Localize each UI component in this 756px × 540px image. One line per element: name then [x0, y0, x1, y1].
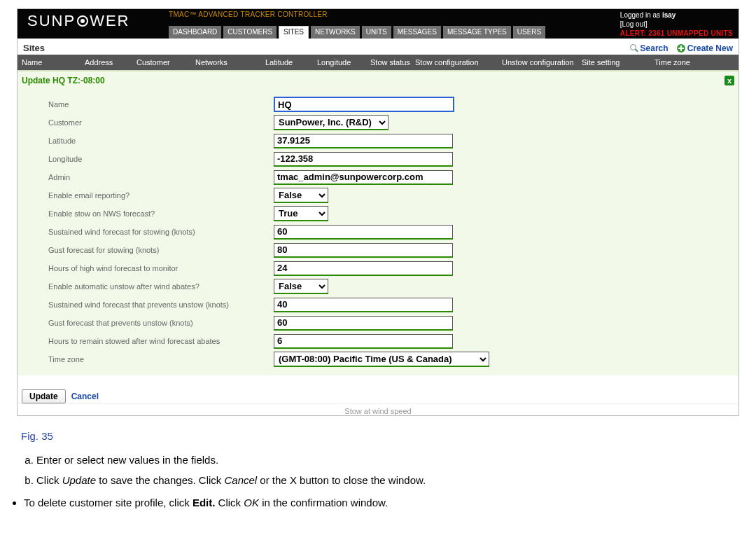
tab-dashboard[interactable]: DASHBOARD	[169, 26, 221, 39]
create-label: Create New	[687, 43, 733, 53]
app-window: SUNP WER TMAC™ ADVANCED TRACKER CONTROLL…	[17, 8, 739, 416]
label-gust-stow: Gust forecast for stowing (knots)	[48, 246, 274, 254]
table-header-row: Name Address Customer Networks Latitude …	[18, 55, 738, 70]
edit-form-panel: Update HQ TZ:-08:00 x Name Customer SunP…	[18, 70, 738, 375]
logo-text-left: SUNP	[27, 12, 76, 30]
footer-hint: Stow at wind speed	[18, 403, 738, 415]
col-stow-config: Stow configuration	[415, 57, 502, 67]
page-title: Sites	[23, 43, 45, 53]
name-input[interactable]	[274, 97, 454, 112]
label-customer: Customer	[48, 118, 274, 127]
sust-unstow-input[interactable]	[274, 298, 453, 312]
form-button-row: Update Cancel	[18, 380, 738, 403]
label-auto-unstow: Enable automatic unstow after wind abate…	[48, 282, 274, 291]
add-icon	[677, 44, 685, 53]
logged-in-prefix: Logged in as	[620, 11, 662, 19]
col-networks: Networks	[195, 57, 265, 67]
col-stow-status: Stow status	[370, 57, 415, 67]
doc-body: Fig. 35 Enter or select new values in th…	[21, 427, 735, 511]
tab-users[interactable]: USERS	[513, 26, 545, 39]
tab-message-types[interactable]: MESSAGE TYPES	[443, 26, 511, 39]
gust-stow-input[interactable]	[274, 243, 453, 258]
sun-icon	[77, 15, 88, 27]
customer-select[interactable]: SunPower, Inc. (R&D)	[274, 115, 388, 130]
col-longitude: Longitude	[317, 57, 370, 67]
tab-networks[interactable]: NETWORKS	[311, 26, 360, 39]
logo-text-right: WER	[90, 12, 130, 30]
label-stow-nws: Enable stow on NWS forecast?	[48, 209, 274, 218]
timezone-select[interactable]: (GMT-08:00) Pacific Time (US & Canada)	[274, 352, 489, 367]
auto-unstow-select[interactable]: False	[274, 279, 328, 294]
col-name: Name	[22, 57, 85, 67]
label-admin: Admin	[48, 173, 274, 181]
nav-tabs: DASHBOARD CUSTOMERS SITES NETWORKS UNITS…	[169, 26, 545, 39]
create-new-link[interactable]: Create New	[677, 43, 733, 53]
email-report-select[interactable]: False	[274, 188, 328, 203]
tab-sites[interactable]: SITES	[279, 26, 309, 39]
search-icon	[630, 44, 638, 53]
label-sust-stow: Sustained wind forecast for stowing (kno…	[48, 228, 274, 236]
form-title: Update HQ TZ:-08:00	[18, 71, 738, 95]
latitude-input[interactable]	[274, 134, 453, 148]
delete-instruction: To delete customer site profile, click E…	[24, 494, 735, 512]
tab-units[interactable]: UNITS	[362, 26, 391, 39]
step-a: Enter or select new values in the fields…	[36, 451, 735, 469]
col-latitude: Latitude	[265, 57, 317, 67]
label-timezone: Time zone	[48, 355, 274, 364]
tab-messages[interactable]: MESSAGES	[393, 26, 441, 39]
label-sust-unstow: Sustained wind forecast that prevents un…	[48, 300, 274, 309]
search-link[interactable]: Search	[630, 43, 668, 53]
col-unstow-config: Unstow configuration	[502, 57, 582, 67]
label-name: Name	[48, 100, 274, 109]
label-gust-unstow: Gust forecast that prevents unstow (knot…	[48, 319, 274, 327]
step-b: Click Update to save the changes. Click …	[36, 471, 735, 490]
col-address: Address	[85, 57, 136, 67]
tab-customers[interactable]: CUSTOMERS	[223, 26, 276, 39]
search-label: Search	[640, 43, 668, 53]
update-button[interactable]: Update	[22, 389, 66, 403]
col-customer: Customer	[136, 57, 195, 67]
col-time-zone: Time zone	[654, 57, 699, 67]
cancel-link[interactable]: Cancel	[71, 392, 99, 401]
label-hours-monitor: Hours of high wind forecast to monitor	[48, 264, 274, 272]
gust-unstow-input[interactable]	[274, 316, 453, 331]
hours-abate-input[interactable]	[274, 334, 453, 349]
header-bar: SUNP WER TMAC™ ADVANCED TRACKER CONTROLL…	[18, 9, 738, 39]
sust-stow-input[interactable]	[274, 225, 453, 240]
logged-in-user: isay	[662, 11, 676, 19]
label-latitude: Latitude	[48, 137, 274, 145]
logo: SUNP WER	[18, 9, 136, 30]
page-toolbar: Sites Search Create New	[18, 39, 738, 55]
label-longitude: Longitude	[48, 155, 274, 163]
col-site-setting: Site setting	[582, 57, 654, 67]
app-title: TMAC™ ADVANCED TRACKER CONTROLLER	[169, 11, 328, 18]
alert-text: ALERT: 2361 UNMAPPED UNITS	[620, 29, 733, 38]
figure-label: Fig. 35	[21, 427, 735, 445]
stow-nws-select[interactable]: True	[274, 206, 328, 221]
label-email-report: Enable email reporting?	[48, 191, 274, 200]
longitude-input[interactable]	[274, 152, 453, 167]
close-icon[interactable]: x	[724, 76, 734, 85]
admin-input[interactable]	[274, 170, 453, 185]
logout-link[interactable]: [Log out]	[620, 20, 733, 29]
label-hours-abate: Hours to remain stowed after wind foreca…	[48, 337, 274, 345]
hours-monitor-input[interactable]	[274, 261, 453, 276]
header-user-block: Logged in as isay [Log out] ALERT: 2361 …	[620, 9, 738, 38]
